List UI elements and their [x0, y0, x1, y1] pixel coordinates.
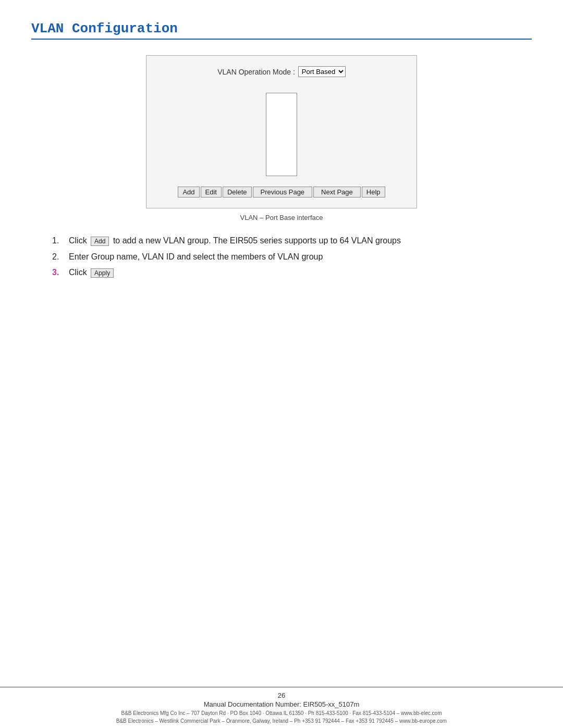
edit-button[interactable]: Edit [201, 187, 222, 198]
instruction-3-number: 3. [52, 268, 65, 277]
vlan-mode-select[interactable]: Port Based 802.1Q [298, 66, 346, 77]
instruction-2-number: 2. [52, 252, 65, 262]
instruction-1: 1. Click Add to add a new VLAN group. Th… [52, 236, 511, 246]
instruction-2: 2. Enter Group name, VLAN ID and select … [52, 252, 511, 262]
footer-address1: B&B Electronics Mfg Co Inc – 707 Dayton … [0, 709, 563, 717]
footer: 26 Manual Documentation Number: EIR505-x… [0, 687, 563, 728]
inline-apply-btn: Apply [91, 268, 114, 278]
footer-doc-number: Manual Documentation Number: EIR505-xx_5… [0, 700, 563, 708]
add-button[interactable]: Add [178, 187, 199, 198]
instruction-1-text: Click Add to add a new VLAN group. The E… [69, 236, 401, 246]
delete-button[interactable]: Delete [223, 187, 252, 198]
help-button[interactable]: Help [362, 187, 385, 198]
instruction-1-number: 1. [52, 236, 65, 245]
page-title: VLAN Configuration [31, 21, 532, 40]
footer-page-number: 26 [0, 692, 563, 699]
inline-add-btn: Add [91, 237, 109, 246]
instruction-3: 3. Click Apply [52, 268, 511, 278]
mode-label: VLAN Operation Mode : [217, 68, 295, 76]
panel-caption: VLAN – Port Base interface [31, 214, 532, 221]
instruction-3-text: Click Apply [69, 268, 115, 278]
next-page-button[interactable]: Next Page [313, 187, 361, 198]
vlan-listbox[interactable] [266, 93, 297, 176]
instruction-2-text: Enter Group name, VLAN ID and select the… [69, 252, 323, 262]
vlan-panel: VLAN Operation Mode : Port Based 802.1Q … [146, 55, 417, 208]
footer-address2: B&B Electronics – Westlink Commercial Pa… [0, 717, 563, 725]
previous-page-button[interactable]: Previous Page [253, 187, 313, 198]
